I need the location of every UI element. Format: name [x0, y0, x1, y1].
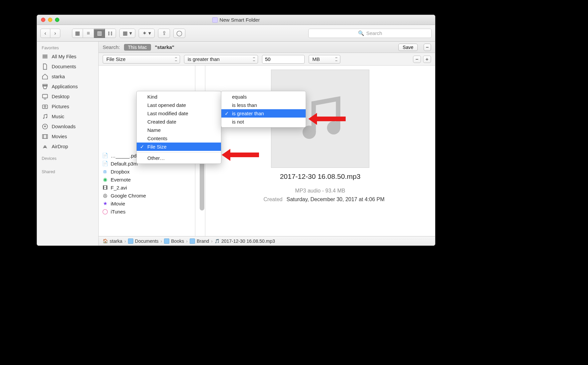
menu-item[interactable]: is not — [221, 118, 306, 126]
tags-button[interactable]: ◯ — [173, 29, 185, 38]
annotation-arrow — [228, 153, 259, 157]
scope-folder[interactable]: "starka" — [155, 44, 174, 50]
sidebar-item-label: AirDrop — [52, 144, 68, 149]
menu-item[interactable]: Contents — [137, 134, 221, 143]
menu-item[interactable]: Last modified date — [137, 109, 221, 118]
music-icon — [42, 113, 48, 120]
menu-item[interactable]: Created date — [137, 118, 221, 126]
sidebar-item-label: Desktop — [52, 94, 69, 99]
sidebar-item-music[interactable]: Music — [37, 112, 98, 122]
folder-icon — [190, 238, 195, 244]
sidebar-item-label: Downloads — [52, 124, 76, 129]
view-list-button[interactable]: ≡ — [83, 29, 94, 38]
itunes-icon: ◯ — [102, 208, 108, 214]
criteria-unit-label: MB — [312, 56, 320, 62]
view-icons-button[interactable]: ▦ — [72, 29, 83, 38]
sidebar-item-airdrop[interactable]: AirDrop — [37, 142, 98, 152]
svg-point-12 — [327, 121, 340, 134]
sidebar: Favorites All My Files Documents starka … — [37, 42, 99, 245]
file-icon: 📄 — [102, 161, 108, 167]
forward-button[interactable]: › — [50, 29, 60, 38]
menu-item-selected[interactable]: File Size — [137, 143, 221, 151]
save-button[interactable]: Save — [398, 44, 418, 51]
sidebar-item-label: Movies — [52, 134, 67, 139]
criteria-row: File Size is greater than MB − + — [99, 53, 435, 66]
window-title: New Smart Folder — [220, 17, 260, 23]
menu-item[interactable]: Name — [137, 126, 221, 134]
zoom-button[interactable] — [55, 18, 59, 22]
sidebar-item-movies[interactable]: Movies — [37, 132, 98, 142]
smart-folder-icon — [212, 17, 218, 23]
menu-item[interactable]: Last opened date — [137, 101, 221, 109]
remove-criteria-button[interactable]: − — [413, 56, 421, 63]
sidebar-item-desktop[interactable]: Desktop — [37, 92, 98, 102]
titlebar: New Smart Folder — [37, 15, 435, 25]
sidebar-item-label: Documents — [52, 64, 76, 69]
back-button[interactable]: ‹ — [40, 29, 50, 38]
path-item[interactable]: Books — [164, 238, 184, 244]
list-item: ★iMovie — [99, 199, 195, 207]
sidebar-item-label: Applications — [52, 84, 78, 89]
remove-scope-button[interactable]: − — [424, 44, 431, 51]
pdf-icon: 📄 — [102, 153, 108, 159]
movies-icon — [42, 133, 48, 140]
preview-filename: 2017-12-30 16.08.50.mp3 — [280, 173, 361, 181]
imovie-icon: ★ — [102, 200, 108, 206]
list-item: ⧈Dropbox — [99, 168, 195, 176]
menu-item-other[interactable]: Other… — [137, 154, 221, 162]
search-field[interactable]: 🔍 Search — [308, 29, 432, 38]
home-icon — [42, 73, 48, 80]
criteria-attribute-popup[interactable]: File Size — [103, 55, 180, 64]
downloads-icon — [42, 123, 48, 130]
video-icon: 🎞 — [102, 184, 108, 190]
criteria-value-input[interactable] — [262, 55, 305, 64]
search-scope-bar: Search: This Mac "starka" Save − — [99, 42, 435, 53]
criteria-attribute-label: File Size — [106, 56, 126, 62]
path-item[interactable]: Documents — [128, 238, 159, 244]
evernote-icon: ◉ — [102, 177, 108, 182]
svg-rect-3 — [43, 94, 48, 98]
path-item[interactable]: 🏠starka — [103, 238, 122, 244]
path-item[interactable]: 🎵2017-12-30 16.08.50.mp3 — [215, 238, 275, 244]
svg-point-5 — [44, 106, 46, 108]
scope-this-mac[interactable]: This Mac — [124, 44, 151, 51]
search-icon: 🔍 — [358, 30, 364, 36]
documents-icon — [42, 63, 48, 70]
toolbar: ‹ › ▦ ≡ ▥ ⫿⫿ ▦ ▾ ✶ ▾ ⇪ ◯ 🔍 Search — [37, 25, 435, 42]
sidebar-section-favorites: Favorites — [37, 44, 98, 52]
view-columns-button[interactable]: ▥ — [94, 29, 105, 38]
sidebar-item-label: Pictures — [52, 104, 69, 109]
menu-item[interactable]: Kind — [137, 93, 221, 101]
view-mode-group: ▦ ≡ ▥ ⫿⫿ — [72, 29, 116, 38]
criteria-comparator-popup[interactable]: is greater than — [184, 55, 258, 64]
view-coverflow-button[interactable]: ⫿⫿ — [105, 29, 116, 38]
menu-item[interactable]: is less than — [221, 101, 306, 109]
sidebar-section-devices: Devices — [37, 155, 98, 162]
close-button[interactable] — [41, 18, 45, 22]
arrange-button[interactable]: ▦ ▾ — [119, 29, 135, 38]
menu-item-selected[interactable]: is greater than — [221, 109, 306, 118]
svg-point-7 — [46, 117, 47, 118]
folder-icon — [164, 238, 169, 244]
preview-created-label: Created — [256, 196, 282, 202]
path-item[interactable]: Brand — [190, 238, 209, 244]
minimize-button[interactable] — [48, 18, 52, 22]
criteria-unit-popup[interactable]: MB — [309, 55, 340, 64]
menu-item[interactable]: equals — [221, 93, 306, 101]
sidebar-item-pictures[interactable]: Pictures — [37, 102, 98, 112]
sidebar-section-shared: Shared — [37, 168, 98, 176]
sidebar-item-documents[interactable]: Documents — [37, 62, 98, 72]
airdrop-icon — [42, 143, 48, 150]
share-button[interactable]: ⇪ — [158, 29, 170, 38]
desktop-icon — [42, 93, 48, 100]
folder-icon — [128, 238, 133, 244]
list-item: ◯iTunes — [99, 207, 195, 215]
sidebar-item-applications[interactable]: Applications — [37, 82, 98, 92]
svg-point-6 — [43, 118, 44, 119]
sidebar-item-all-my-files[interactable]: All My Files — [37, 52, 98, 62]
sidebar-item-home[interactable]: starka — [37, 72, 98, 82]
action-button[interactable]: ✶ ▾ — [139, 29, 155, 38]
sidebar-item-downloads[interactable]: Downloads — [37, 122, 98, 132]
add-criteria-button[interactable]: + — [423, 56, 431, 63]
preview-created-value: Saturday, December 30, 2017 at 4:06 PM — [286, 196, 384, 202]
